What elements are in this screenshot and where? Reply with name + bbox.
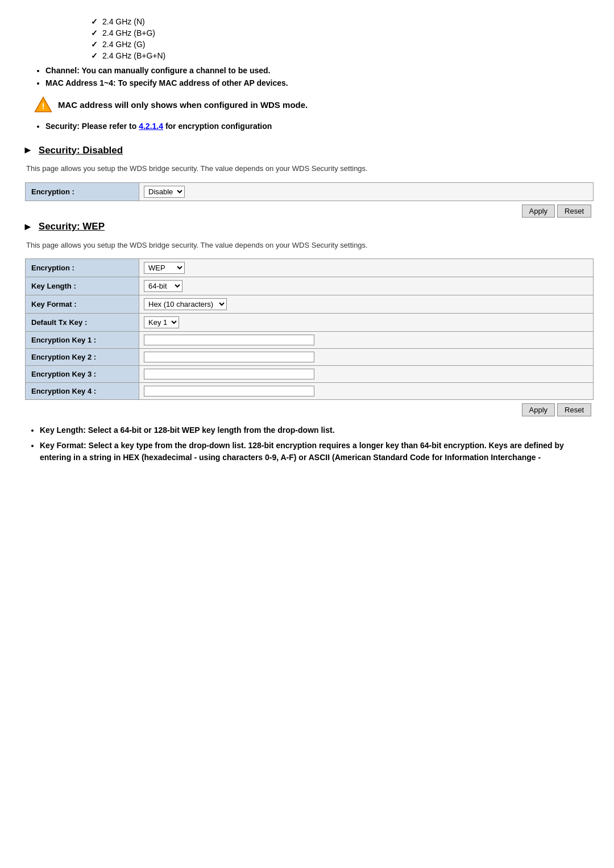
encryption-value-disabled: Disable WEP WPA [139, 182, 594, 201]
security-bullet-list: Security: Please refer to 4.2.1.4 for en… [45, 122, 591, 131]
encryption-key2-value [139, 349, 594, 366]
key-format-bottom-bullet: Key Format: Select a key type from the d… [40, 440, 591, 464]
disabled-btn-row: Apply Reset [23, 205, 591, 218]
security-bullet: Security: Please refer to 4.2.1.4 for en… [45, 122, 591, 131]
encryption-key2-input[interactable] [144, 352, 314, 362]
encryption-key4-label: Encryption Key 4 : [26, 383, 139, 400]
warning-text: MAC address will only shows when configu… [58, 100, 308, 110]
table-row: Encryption Key 2 : [26, 349, 594, 366]
encryption-key1-input[interactable] [144, 335, 314, 345]
wep-btn-row: Apply Reset [23, 403, 591, 416]
encryption-value-wep: WEP Disable WPA [139, 259, 594, 277]
key-format-select[interactable]: Hex (10 characters) ASCII (5 characters) [144, 298, 227, 310]
key-format-label: Key Format : [26, 295, 139, 314]
security-bullet-text: Security: Please refer to [45, 122, 139, 131]
table-row: Encryption : WEP Disable WPA [26, 259, 594, 277]
table-row: Key Format : Hex (10 characters) ASCII (… [26, 295, 594, 314]
section-wep-header: ► Security: WEP [23, 221, 591, 233]
apply-button-wep[interactable]: Apply [522, 403, 555, 416]
table-row: Encryption Key 3 : [26, 366, 594, 383]
section-wep-desc: This page allows you setup the WDS bridg… [26, 240, 591, 251]
disabled-form-table: Encryption : Disable WEP WPA [25, 182, 594, 201]
table-row: Encryption Key 1 : [26, 332, 594, 349]
section-arrow-wep: ► [23, 221, 33, 233]
table-row: Encryption Key 4 : [26, 383, 594, 400]
encryption-label-wep: Encryption : [26, 259, 139, 277]
section-title-wep: Security: WEP [39, 221, 105, 232]
section-title-disabled: Security: Disabled [39, 145, 123, 156]
wep-form-table: Encryption : WEP Disable WPA Key Length … [25, 258, 594, 400]
encryption-select-disabled[interactable]: Disable WEP WPA [144, 186, 185, 198]
apply-button-disabled[interactable]: Apply [522, 205, 555, 218]
security-link[interactable]: 4.2.1.4 [139, 122, 163, 131]
section-disabled-header: ► Security: Disabled [23, 144, 591, 156]
default-tx-key-value: Key 1 Key 2 Key 3 Key 4 [139, 314, 594, 332]
bottom-bullet-list: Key Length: Select a 64-bit or 128-bit W… [40, 424, 591, 464]
section-arrow-disabled: ► [23, 144, 33, 156]
encryption-key2-label: Encryption Key 2 : [26, 349, 139, 366]
default-tx-key-select[interactable]: Key 1 Key 2 Key 3 Key 4 [144, 316, 179, 328]
key-length-value: 64-bit 128-bit [139, 277, 594, 295]
encryption-key3-input[interactable] [144, 369, 314, 379]
encryption-key3-value [139, 366, 594, 383]
checklist: 2.4 GHz (N) 2.4 GHz (B+G) 2.4 GHz (G) 2.… [91, 17, 591, 60]
encryption-row-disabled: Encryption : Disable WEP WPA [26, 182, 594, 201]
encryption-label-disabled: Encryption : [26, 182, 139, 201]
reset-button-disabled[interactable]: Reset [557, 205, 591, 218]
default-tx-key-label: Default Tx Key : [26, 314, 139, 332]
warning-box: ! MAC address will only shows when confi… [34, 95, 591, 114]
svg-text:!: ! [42, 102, 45, 111]
key-format-value: Hex (10 characters) ASCII (5 characters) [139, 295, 594, 314]
channel-bullet: Channel: You can manually configure a ch… [45, 66, 591, 75]
table-row: Default Tx Key : Key 1 Key 2 Key 3 Key 4 [26, 314, 594, 332]
checklist-item-4: 2.4 GHz (B+G+N) [91, 51, 591, 60]
encryption-key1-value [139, 332, 594, 349]
key-length-select[interactable]: 64-bit 128-bit [144, 280, 182, 292]
reset-button-wep[interactable]: Reset [557, 403, 591, 416]
key-length-bottom-bullet: Key Length: Select a 64-bit or 128-bit W… [40, 424, 591, 436]
encryption-key3-label: Encryption Key 3 : [26, 366, 139, 383]
main-bullets: Channel: You can manually configure a ch… [45, 66, 591, 87]
encryption-key4-input[interactable] [144, 386, 314, 397]
checklist-item-2: 2.4 GHz (B+G) [91, 28, 591, 37]
checklist-item-3: 2.4 GHz (G) [91, 40, 591, 49]
encryption-select-wep[interactable]: WEP Disable WPA [144, 262, 185, 274]
mac-address-bullet: MAC Address 1~4: To specify MAC address … [45, 78, 591, 87]
encryption-key4-value [139, 383, 594, 400]
table-row: Key Length : 64-bit 128-bit [26, 277, 594, 295]
warning-icon: ! [34, 95, 52, 114]
security-bullet-text-after: for encryption configuration [163, 122, 272, 131]
checklist-item-1: 2.4 GHz (N) [91, 17, 591, 26]
section-disabled-desc: This page allows you setup the WDS bridg… [26, 163, 591, 174]
encryption-key1-label: Encryption Key 1 : [26, 332, 139, 349]
key-length-label: Key Length : [26, 277, 139, 295]
